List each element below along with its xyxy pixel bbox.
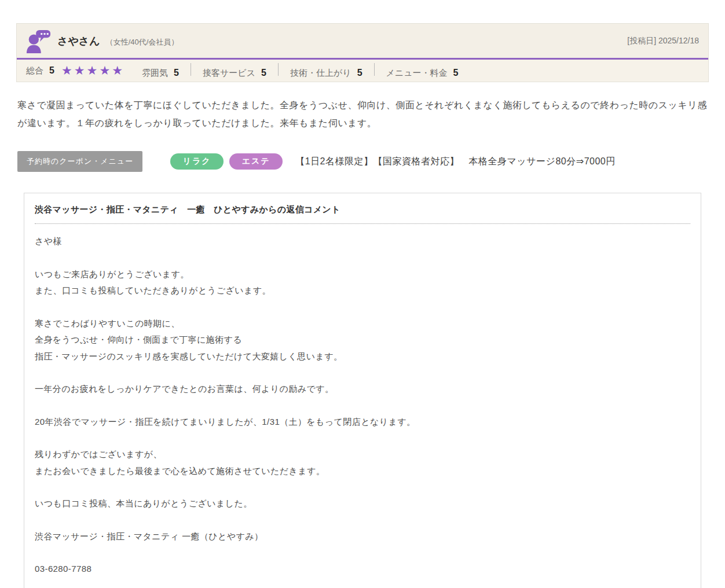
rating-item-value: 5: [174, 68, 179, 78]
reviewer-name: さやさん: [57, 34, 100, 48]
ratings-bar: 総合 5 ★★★★★ 雰囲気5接客サービス5技術・仕上がり5メニュー・料金5: [17, 60, 708, 82]
rating-item-value: 5: [357, 68, 362, 78]
reply-body: さや様いつもご来店ありがとうございます。 また、口コミも投稿していただきありがと…: [35, 233, 690, 578]
rating-item-label: 雰囲気: [142, 68, 168, 79]
vertical-divider: [191, 63, 191, 76]
post-date: [投稿日] 2025/12/18: [627, 36, 699, 46]
vertical-divider: [374, 63, 375, 76]
user-avatar-icon: [25, 29, 52, 54]
reply-paragraph: 20年渋谷でマッサージ・指圧を続けてまいりましたが、1/31（土）をもって閉店と…: [35, 414, 690, 431]
review-header: さやさん （女性/40代/会社員） [投稿日] 2025/12/18: [17, 24, 708, 58]
review-card: さやさん （女性/40代/会社員） [投稿日] 2025/12/18 総合 5 …: [16, 23, 709, 82]
reviewer-attributes: （女性/40代/会社員）: [106, 37, 179, 47]
overall-rating: 総合 5 ★★★★★: [26, 65, 125, 77]
rating-item: メニュー・料金5: [386, 68, 459, 79]
reviewer: さやさん （女性/40代/会社員）: [25, 28, 178, 54]
reply-paragraph: いつも口コミ投稿、本当にありがとうございました。: [35, 495, 690, 512]
reply-title: 渋谷マッサージ・指圧・マタニティ 一癒 ひとやすみからの返信コメント: [35, 202, 690, 223]
overall-label: 総合: [26, 65, 43, 76]
rating-item: 技術・仕上がり5: [290, 68, 362, 79]
reply-box: 渋谷マッサージ・指圧・マタニティ 一癒 ひとやすみからの返信コメント さや様いつ…: [24, 193, 701, 588]
reply-paragraph: 03-6280-7788: [35, 561, 690, 578]
dotted-divider: [35, 223, 690, 224]
rating-item: 接客サービス5: [203, 68, 266, 79]
reply-paragraph: いつもご来店ありがとうございます。 また、口コミも投稿していただきありがとうござ…: [35, 266, 690, 299]
rating-item-label: 接客サービス: [203, 68, 255, 79]
coupon-tags: リラクエステ: [170, 153, 288, 170]
reply-paragraph: 一年分のお疲れをしっかりケアできたとのお言葉は、何よりの励みです。: [35, 381, 690, 398]
rating-item-value: 5: [453, 68, 459, 78]
rating-item-value: 5: [261, 68, 266, 78]
coupon-name: 【1日2名様限定】【国家資格者対応】 本格全身マッサージ80分⇒7000円: [295, 156, 616, 168]
review-body-text: 寒さで凝固まっていた体を丁寧にほぐしていただきました。全身をうつぶせ、仰向け、側…: [17, 96, 708, 132]
vertical-divider: [278, 63, 279, 76]
star-rating-icon: ★★★★★: [61, 64, 125, 76]
category-tag: エステ: [229, 153, 283, 170]
review-page: さやさん （女性/40代/会社員） [投稿日] 2025/12/18 総合 5 …: [0, 0, 725, 588]
rating-item: 雰囲気5: [142, 68, 179, 79]
reply-paragraph: 渋谷マッサージ・指圧・マタニティ 一癒（ひとやすみ）: [35, 528, 690, 545]
coupon-label: 予約時のクーポン・メニュー: [17, 151, 142, 172]
category-tag: リラク: [170, 153, 224, 170]
rating-items: 雰囲気5接客サービス5技術・仕上がり5メニュー・料金5: [142, 63, 458, 79]
reply-paragraph: 残りわずかではございますが、 またお会いできましたら最後まで心を込めて施術させて…: [35, 446, 690, 479]
rating-item-label: 技術・仕上がり: [290, 68, 351, 79]
overall-value: 5: [49, 65, 54, 76]
coupon-row: 予約時のクーポン・メニュー リラクエステ 【1日2名様限定】【国家資格者対応】 …: [17, 151, 708, 172]
reply-paragraph: 寒さでこわばりやすいこの時期に、 全身をうつぶせ・仰向け・側面まで丁寧に施術する…: [35, 315, 690, 365]
reply-paragraph: さや様: [35, 233, 690, 250]
rating-item-label: メニュー・料金: [386, 68, 448, 79]
